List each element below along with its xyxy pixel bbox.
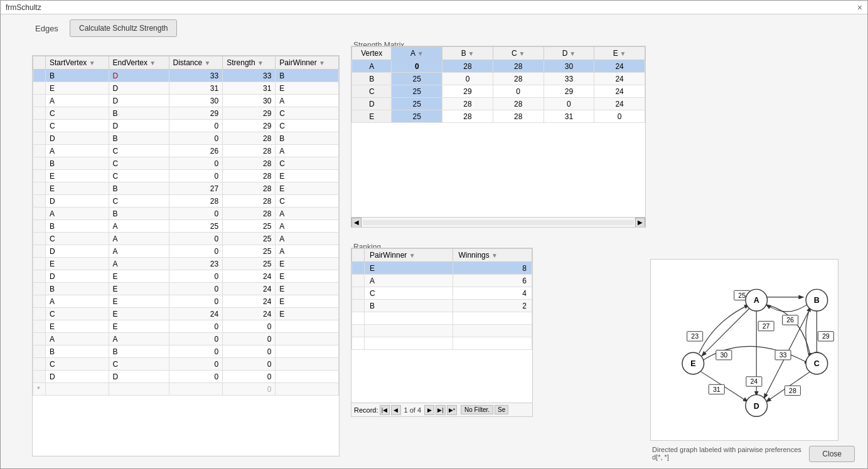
matrix-cell-3: 28 <box>493 98 544 110</box>
table-row[interactable]: D E 0 24 E <box>33 270 339 283</box>
matrix-cell-1: 25 <box>392 73 442 85</box>
matrix-scrollbar[interactable]: ◀ ▶ <box>351 217 645 227</box>
close-button[interactable]: Close <box>809 446 855 462</box>
search-button[interactable]: Se <box>495 405 508 414</box>
table-row[interactable]: C A 0 25 A <box>33 233 339 245</box>
matrix-row[interactable]: D252828024 <box>352 98 645 110</box>
scroll-track[interactable] <box>363 220 634 225</box>
edge-row-num <box>33 195 46 208</box>
matrix-cell-3: 0 <box>493 85 544 98</box>
table-row[interactable]: E D 31 31 E <box>33 82 339 95</box>
edge-strength: 25 <box>223 220 276 233</box>
edge-distance: 0 <box>169 371 223 383</box>
table-row[interactable]: A C 26 28 A <box>33 145 339 157</box>
table-row[interactable]: A E 0 24 E <box>33 295 339 308</box>
ranking-row[interactable]: E 8 <box>352 262 532 275</box>
table-row[interactable]: C D 0 29 C <box>33 120 339 132</box>
edge-end: A <box>109 333 169 345</box>
col-header-strength[interactable]: Strength ▼ <box>223 56 276 70</box>
edge-row-num <box>33 82 46 95</box>
matrix-col-A[interactable]: A ▼ <box>392 47 442 60</box>
rank-col-header-winnings[interactable]: Winnings ▼ <box>453 249 532 262</box>
matrix-cell-4: 30 <box>544 60 594 73</box>
scroll-left-btn[interactable]: ◀ <box>351 218 362 228</box>
ranking-row[interactable]: B 2 <box>352 300 532 312</box>
table-row[interactable]: E E 0 0 <box>33 320 339 333</box>
table-row[interactable]: A D 30 30 A <box>33 95 339 107</box>
nav-first-btn[interactable]: |◀ <box>380 405 390 415</box>
label-28: 28 <box>789 387 796 394</box>
table-row[interactable]: A B 0 28 A <box>33 208 339 220</box>
edge-start: D <box>46 195 109 208</box>
table-row[interactable]: D A 0 25 A <box>33 245 339 258</box>
edge-end: B <box>109 182 169 195</box>
ranking-row[interactable]: C 4 <box>352 287 532 300</box>
edge-strength: 30 <box>223 95 276 107</box>
edge-winner: C <box>276 157 339 170</box>
edge-row-num <box>33 182 46 195</box>
table-row[interactable]: B C 0 28 C <box>33 157 339 170</box>
edge-start: C <box>46 120 109 132</box>
table-row[interactable]: D D 0 0 <box>33 371 339 383</box>
table-row[interactable]: E C 0 28 E <box>33 170 339 182</box>
table-row[interactable]: E A 23 25 E <box>33 258 339 270</box>
matrix-row[interactable]: C252902924 <box>352 85 645 98</box>
table-row[interactable]: E B 27 28 E <box>33 182 339 195</box>
node-label-a: A <box>754 297 759 305</box>
edge-end: C <box>109 358 169 371</box>
graph-svg: 25 27 26 29 23 30 33 24 28 31 <box>651 260 838 440</box>
empty-row <box>352 312 532 325</box>
table-row[interactable]: B B 0 0 <box>33 345 339 358</box>
edge-strength: 29 <box>223 107 276 120</box>
close-icon[interactable]: × <box>857 3 862 12</box>
edge-distance: 27 <box>169 182 223 195</box>
table-row[interactable]: C E 24 24 E <box>33 308 339 320</box>
table-row[interactable]: B A 25 25 A <box>33 220 339 233</box>
nav-last-btn[interactable]: ▶| <box>436 405 446 415</box>
edge-winner: A <box>276 245 339 258</box>
nav-prev-btn[interactable]: ◀ <box>391 405 401 415</box>
edge-row-num <box>33 333 46 345</box>
col-header-endvertex[interactable]: EndVertex ▼ <box>109 56 169 70</box>
edge-distance: 0 <box>169 120 223 132</box>
matrix-col-B[interactable]: B ▼ <box>442 47 493 60</box>
nav-next-btn[interactable]: ▶ <box>424 405 434 415</box>
matrix-col-E[interactable]: E ▼ <box>594 47 645 60</box>
table-row[interactable]: A A 0 0 <box>33 333 339 345</box>
table-row[interactable]: D B 0 28 B <box>33 132 339 145</box>
col-header-pairwinner[interactable]: PairWinner ▼ <box>276 56 339 70</box>
rank-winnings: 8 <box>453 262 532 275</box>
ranking-row[interactable]: A 6 <box>352 275 532 287</box>
edge-distance: 0 <box>169 233 223 245</box>
edge-end: C <box>109 170 169 182</box>
table-row[interactable]: B E 0 24 E <box>33 283 339 295</box>
table-row[interactable]: B D 33 33 B <box>33 70 339 82</box>
nav-new-btn[interactable]: ▶* <box>447 405 457 415</box>
matrix-col-Vertex[interactable]: Vertex <box>352 47 392 60</box>
matrix-row[interactable]: B250283324 <box>352 73 645 85</box>
matrix-cell-2: 28 <box>442 60 493 73</box>
col-header-distance[interactable]: Distance ▼ <box>169 56 223 70</box>
matrix-col-C[interactable]: C ▼ <box>493 47 544 60</box>
matrix-cell-2: 28 <box>442 110 493 123</box>
edge-winner <box>276 320 339 333</box>
edge-winner: E <box>276 182 339 195</box>
edge-winner: A <box>276 145 339 157</box>
edge-row-num <box>33 70 46 82</box>
edge-end: E <box>109 283 169 295</box>
matrix-col-D[interactable]: D ▼ <box>544 47 594 60</box>
matrix-row[interactable]: A028283024 <box>352 60 645 73</box>
filter-button[interactable]: No Filter. <box>461 405 493 414</box>
table-row[interactable]: C C 0 0 <box>33 358 339 371</box>
table-row[interactable]: C B 29 29 C <box>33 107 339 120</box>
scroll-right-btn[interactable]: ▶ <box>635 218 645 228</box>
edge-start: B <box>46 70 109 82</box>
matrix-row[interactable]: E252828310 <box>352 110 645 123</box>
col-header-startvertex[interactable]: StartVertex ▼ <box>46 56 109 70</box>
edge-start: A <box>46 145 109 157</box>
calculate-button[interactable]: Calculate Schultz Strength <box>70 19 177 37</box>
edge-strength: 24 <box>223 270 276 283</box>
rank-col-header-pairwinner[interactable]: PairWinner ▼ <box>365 249 453 262</box>
table-row[interactable]: D C 28 28 C <box>33 195 339 208</box>
edge-start: A <box>46 295 109 308</box>
